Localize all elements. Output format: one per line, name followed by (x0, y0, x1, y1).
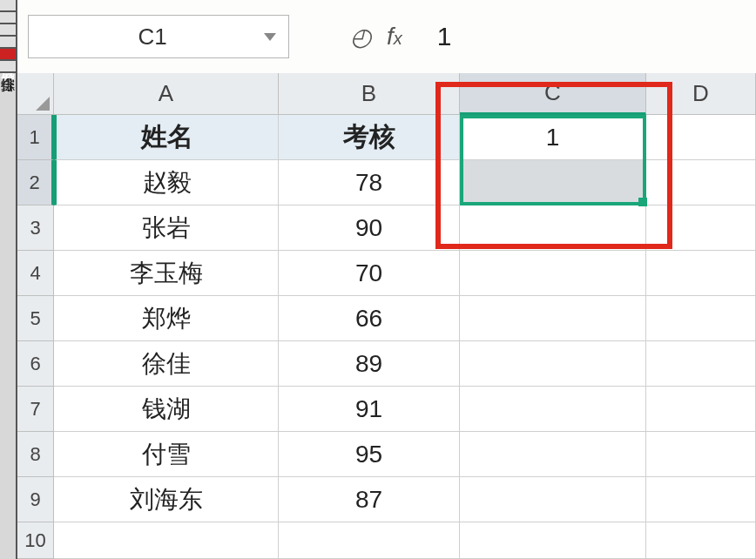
row-7: 7 钱湖 91 (17, 387, 756, 432)
cell-C2[interactable] (460, 160, 646, 205)
ribbon-item-4[interactable]: 自选股 (0, 49, 16, 61)
ribbon-item-2[interactable]: 线图 (0, 24, 16, 37)
cell-C10[interactable] (460, 522, 646, 559)
row-header-2[interactable]: 2 (17, 160, 54, 205)
col-header-A[interactable]: A (54, 73, 279, 115)
cell-B6[interactable]: 89 (279, 341, 460, 387)
ribbon-item-1[interactable]: 分时图 (0, 12, 16, 24)
cell-B2[interactable]: 78 (279, 160, 460, 205)
cell-A5[interactable]: 郑烨 (54, 296, 279, 341)
cell-B1[interactable]: 考核 (279, 115, 460, 160)
row-header-9[interactable]: 9 (17, 477, 54, 522)
cell-B10[interactable] (279, 522, 460, 559)
cell-B8[interactable]: 95 (279, 432, 460, 477)
cell-C7[interactable] (460, 387, 646, 432)
cell-A2[interactable]: 赵毅 (54, 160, 279, 205)
col-header-B[interactable]: B (279, 73, 460, 115)
column-headers: A B C D (17, 73, 756, 115)
cell-B7[interactable]: 91 (279, 387, 460, 432)
col-header-D[interactable]: D (646, 73, 756, 115)
row-1: 1 姓名 考核 1 (17, 115, 756, 160)
cell-A4[interactable]: 李玉梅 (54, 251, 279, 296)
cell-C6[interactable] (460, 341, 646, 387)
row-2: 2 赵毅 78 (17, 160, 756, 205)
cell-D2[interactable] (646, 160, 756, 205)
cell-D6[interactable] (646, 341, 756, 387)
cell-D3[interactable] (646, 205, 756, 251)
cell-D7[interactable] (646, 387, 756, 432)
trace-icon[interactable]: ◴ (350, 23, 371, 51)
cell-C4[interactable] (460, 251, 646, 296)
cell-A6[interactable]: 徐佳 (54, 341, 279, 387)
cell-A10[interactable] (54, 522, 279, 559)
cell-C9[interactable] (460, 477, 646, 522)
cell-B9[interactable]: 87 (279, 477, 460, 522)
cell-A7[interactable]: 钱湖 (54, 387, 279, 432)
row-header-7[interactable]: 7 (17, 387, 54, 432)
cell-A9[interactable]: 刘海东 (54, 477, 279, 522)
cell-B5[interactable]: 66 (279, 296, 460, 341)
cell-A8[interactable]: 付雪 (54, 432, 279, 477)
cell-C5[interactable] (460, 296, 646, 341)
row-header-8[interactable]: 8 (17, 432, 54, 477)
cell-B4[interactable]: 70 (279, 251, 460, 296)
cell-D4[interactable] (646, 251, 756, 296)
formula-input[interactable] (429, 15, 690, 58)
formula-bar: C1 ◴ fx (17, 0, 756, 73)
row-4: 4 李玉梅 70 (17, 251, 756, 296)
row-header-4[interactable]: 4 (17, 251, 54, 296)
row-8: 8 付雪 95 (17, 432, 756, 477)
cell-D8[interactable] (646, 432, 756, 477)
cell-C1[interactable]: 1 (460, 115, 646, 160)
name-box-dropdown-icon[interactable] (264, 33, 276, 41)
row-9: 9 刘海东 87 (17, 477, 756, 522)
row-header-10[interactable]: 10 (17, 522, 54, 559)
row-header-6[interactable]: 6 (17, 341, 54, 387)
ribbon-item-5[interactable]: 综合排 (0, 61, 16, 73)
row-header-5[interactable]: 5 (17, 296, 54, 341)
left-tool-ribbon: 应用 分时图 线图 个股资料 自选股 综合排 (0, 0, 17, 559)
ribbon-item-3[interactable]: 个股资料 (0, 37, 16, 49)
row-header-3[interactable]: 3 (17, 205, 54, 251)
cell-D1[interactable] (646, 115, 756, 160)
spreadsheet-grid[interactable]: A B C D 1 姓名 考核 1 2 赵毅 78 3 张岩 90 4 (17, 73, 756, 559)
cell-A1[interactable]: 姓名 (54, 115, 279, 160)
row-5: 5 郑烨 66 (17, 296, 756, 341)
col-header-C[interactable]: C (460, 73, 646, 115)
cell-B3[interactable]: 90 (279, 205, 460, 251)
cell-C8[interactable] (460, 432, 646, 477)
name-box-value: C1 (41, 24, 264, 51)
row-10: 10 (17, 522, 756, 559)
cell-D9[interactable] (646, 477, 756, 522)
rows-container: 1 姓名 考核 1 2 赵毅 78 3 张岩 90 4 李玉梅 70 (17, 115, 756, 559)
name-box[interactable]: C1 (28, 15, 289, 58)
ribbon-item-0[interactable]: 应用 (0, 0, 16, 12)
cell-D10[interactable] (646, 522, 756, 559)
select-all-corner[interactable] (17, 73, 54, 115)
row-3: 3 张岩 90 (17, 205, 756, 251)
fx-icon[interactable]: fx (387, 23, 402, 51)
cell-D5[interactable] (646, 296, 756, 341)
row-header-1[interactable]: 1 (17, 115, 54, 160)
row-6: 6 徐佳 89 (17, 341, 756, 387)
cell-C3[interactable] (460, 205, 646, 251)
cell-A3[interactable]: 张岩 (54, 205, 279, 251)
